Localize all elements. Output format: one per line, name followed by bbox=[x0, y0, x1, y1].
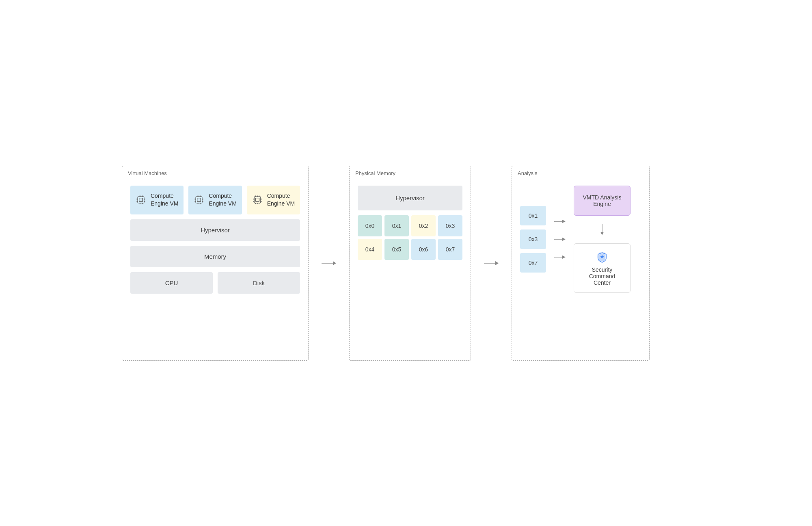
analysis-content: 0x1 0x3 0x7 bbox=[520, 186, 641, 293]
svg-marker-51 bbox=[562, 255, 566, 259]
svg-marker-49 bbox=[562, 238, 566, 241]
analysis-cells-column: 0x1 0x3 0x7 bbox=[520, 206, 546, 273]
vm-panel-content: ComputeEngine VM bbox=[130, 186, 300, 294]
analysis-panel: Analysis 0x1 0x3 0x7 bbox=[512, 166, 650, 361]
mini-arrow-3 bbox=[554, 254, 566, 260]
vm-card-1-label: ComputeEngine VM bbox=[151, 192, 178, 208]
analysis-cell-0x1: 0x1 bbox=[520, 206, 546, 225]
svg-marker-45 bbox=[495, 261, 499, 265]
phys-panel-content: Hypervisor 0x0 0x1 0x2 0x3 0x4 0x5 0x6 0… bbox=[358, 186, 462, 260]
mem-cell-0x3: 0x3 bbox=[438, 215, 462, 236]
svg-marker-43 bbox=[333, 261, 336, 265]
vm-card-3: ComputeEngine VM bbox=[247, 186, 300, 214]
disk-bar: Disk bbox=[218, 272, 300, 294]
vm-card-2-label: ComputeEngine VM bbox=[209, 192, 236, 208]
memory-bar: Memory bbox=[130, 246, 300, 267]
analysis-cell-0x3: 0x3 bbox=[520, 229, 546, 249]
cpu-chip-icon-1 bbox=[135, 194, 147, 206]
analysis-arrows-column bbox=[554, 219, 566, 260]
mem-cell-0x6: 0x6 bbox=[411, 239, 436, 260]
svg-rect-15 bbox=[197, 198, 201, 202]
mem-cell-0x5: 0x5 bbox=[384, 239, 409, 260]
cpu-bar: CPU bbox=[130, 272, 213, 294]
arrow-vm-to-phys bbox=[322, 259, 336, 267]
svg-rect-29 bbox=[255, 198, 259, 202]
arrow-phys-to-analysis bbox=[484, 259, 499, 267]
analysis-panel-label: Analysis bbox=[518, 170, 537, 176]
vm-cards-row: ComputeEngine VM bbox=[130, 186, 300, 214]
scc-icon bbox=[596, 250, 609, 263]
vm-panel-label: Virtual Machines bbox=[128, 170, 167, 176]
scc-box: SecurityCommandCenter bbox=[574, 243, 631, 293]
memory-grid: 0x0 0x1 0x2 0x3 0x4 0x5 0x6 0x7 bbox=[358, 215, 462, 260]
phys-hypervisor-bar: Hypervisor bbox=[358, 186, 462, 210]
phys-panel: Physical Memory Hypervisor 0x0 0x1 0x2 0… bbox=[349, 166, 471, 361]
svg-rect-0 bbox=[138, 197, 144, 203]
cpu-chip-icon-2 bbox=[193, 194, 205, 206]
mem-cell-0x2: 0x2 bbox=[411, 215, 436, 236]
diagram-container: Virtual Machines bbox=[122, 166, 690, 361]
analysis-cell-0x7: 0x7 bbox=[520, 253, 546, 273]
svg-rect-1 bbox=[139, 198, 143, 202]
vm-card-3-label: ComputeEngine VM bbox=[267, 192, 295, 208]
analysis-right-column: VMTD AnalysisEngine bbox=[574, 186, 631, 293]
mem-cell-0x0: 0x0 bbox=[358, 215, 382, 236]
mem-cell-0x4: 0x4 bbox=[358, 239, 382, 260]
cpu-disk-row: CPU Disk bbox=[130, 272, 300, 294]
svg-marker-53 bbox=[600, 232, 604, 235]
cpu-chip-icon-3 bbox=[252, 194, 263, 206]
phys-panel-label: Physical Memory bbox=[355, 170, 395, 176]
svg-rect-14 bbox=[196, 197, 202, 203]
svg-rect-28 bbox=[254, 197, 261, 203]
vmtd-box: VMTD AnalysisEngine bbox=[574, 186, 631, 216]
mini-arrow-2 bbox=[554, 236, 566, 242]
hypervisor-bar: Hypervisor bbox=[130, 219, 300, 241]
down-arrow-container bbox=[599, 224, 605, 235]
mini-arrow-1 bbox=[554, 219, 566, 224]
down-arrow bbox=[599, 224, 605, 235]
svg-marker-47 bbox=[562, 220, 566, 223]
vm-panel: Virtual Machines bbox=[122, 166, 309, 361]
vm-card-2: ComputeEngine VM bbox=[188, 186, 242, 214]
mem-cell-0x7: 0x7 bbox=[438, 239, 462, 260]
mem-cell-0x1: 0x1 bbox=[384, 215, 409, 236]
vm-card-1: ComputeEngine VM bbox=[130, 186, 184, 214]
